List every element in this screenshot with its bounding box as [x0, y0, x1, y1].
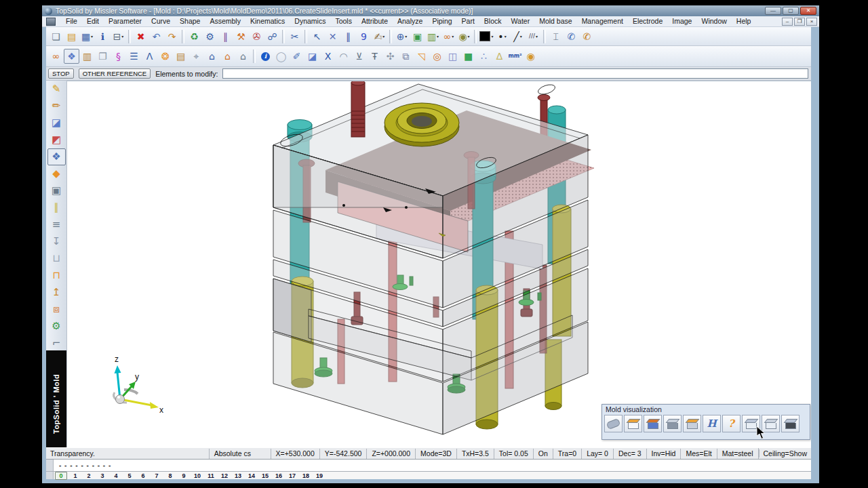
mdi-close-button[interactable]: ×: [806, 18, 817, 26]
mold-insert[interactable]: ⊓: [47, 267, 66, 284]
info-circle[interactable]: i: [258, 49, 273, 64]
pin-screw[interactable]: ↥: [47, 284, 66, 301]
corner-shapes[interactable]: ⧉: [398, 49, 414, 64]
mold-shape[interactable]: ◩: [47, 131, 66, 148]
param-x-list[interactable]: X: [320, 49, 336, 64]
mdi-restore-button[interactable]: ❐: [794, 18, 805, 26]
measure-nine[interactable]: 9: [356, 29, 372, 44]
status-field-txh[interactable]: TxH=3.5: [456, 449, 494, 459]
gear-balls[interactable]: ⚙: [47, 318, 66, 335]
status-field-x[interactable]: X=+530.000: [271, 449, 319, 459]
maximize-button[interactable]: ▢: [783, 7, 799, 15]
block-box[interactable]: ◫: [445, 49, 460, 64]
elbow-duct[interactable]: ◹: [414, 49, 429, 64]
home-family-blue[interactable]: ⌂: [204, 49, 220, 64]
basket[interactable]: ▤: [173, 49, 189, 64]
menu-water[interactable]: Water: [507, 16, 535, 26]
select-cross[interactable]: ✕: [325, 29, 340, 44]
status-field-on[interactable]: On: [533, 449, 553, 459]
layer-tab-15[interactable]: 15: [261, 472, 269, 479]
show-part-button[interactable]: [604, 415, 623, 432]
delete[interactable]: ✖: [133, 29, 149, 44]
menu-kinematics[interactable]: Kinematics: [245, 16, 290, 26]
green-cube[interactable]: ■: [460, 49, 476, 64]
layer-tab-18[interactable]: 18: [302, 472, 310, 479]
shading-goggles[interactable]: ∞▾: [441, 29, 456, 44]
sketch-pencil[interactable]: ✎: [47, 81, 66, 98]
point-cloud[interactable]: ∴: [476, 49, 492, 64]
undo[interactable]: ↶: [149, 29, 164, 44]
show-ejector-button[interactable]: [683, 415, 701, 432]
new-document[interactable]: ❏: [48, 29, 64, 44]
layer-tab-9[interactable]: 9: [180, 472, 188, 479]
shape-display[interactable]: ❖: [64, 49, 79, 64]
menu-mold-base[interactable]: Mold base: [534, 16, 576, 26]
menu-image[interactable]: Image: [667, 16, 696, 26]
chute-tool[interactable]: ⌐: [47, 335, 66, 352]
fruit-balls[interactable]: ❂: [157, 49, 173, 64]
open-folder[interactable]: ▤: [64, 29, 79, 44]
layer-tab-3[interactable]: 3: [98, 472, 106, 479]
menu-curve[interactable]: Curve: [146, 16, 175, 26]
title-bar[interactable]: TopSolid by Missler Software - [Mold : D…: [42, 5, 819, 16]
screw-tool[interactable]: ↧: [47, 233, 66, 250]
hand-pen[interactable]: ✍▾: [372, 29, 387, 44]
save[interactable]: ▦▾: [79, 29, 95, 44]
zoom[interactable]: ⊕▾: [394, 29, 410, 44]
show-cavity-core-button[interactable]: [624, 415, 642, 432]
menu-analyze[interactable]: Analyze: [393, 16, 427, 26]
color-swatch[interactable]: ▾: [479, 29, 494, 44]
redo[interactable]: ↷: [164, 29, 180, 44]
show-table-button[interactable]: [742, 415, 760, 432]
show-question-button[interactable]: ?: [722, 415, 741, 432]
menu-window[interactable]: Window: [696, 16, 731, 26]
box-3d[interactable]: ⧈: [47, 301, 66, 318]
point-style[interactable]: •▾: [494, 29, 510, 44]
parameter-sliders[interactable]: ∥: [218, 29, 233, 44]
block-tool[interactable]: ▣: [47, 182, 66, 199]
drill-tool[interactable]: ⊻: [351, 49, 367, 64]
home-family-grey[interactable]: ⌂: [235, 49, 251, 64]
document-copy[interactable]: ❐: [95, 49, 111, 64]
layer-tab-6[interactable]: 6: [139, 472, 147, 479]
show-runners-button[interactable]: H: [703, 415, 721, 432]
layer-tab-5[interactable]: 5: [125, 472, 134, 479]
vise-tool[interactable]: ⌶: [548, 29, 564, 44]
solid-cube[interactable]: ◪: [304, 49, 320, 64]
fan-tool[interactable]: ✣: [382, 49, 398, 64]
anchor-tool[interactable]: ✇: [249, 29, 264, 44]
bushing-tool[interactable]: ⊔: [47, 250, 66, 267]
close-button[interactable]: ✕: [800, 7, 816, 15]
layer-tab-12[interactable]: 12: [220, 472, 229, 479]
parameter-list[interactable]: ☰: [126, 49, 142, 64]
hatch-style[interactable]: ///▾: [526, 29, 541, 44]
solid-box[interactable]: ◪: [47, 115, 66, 131]
layer-tab-1[interactable]: 1: [71, 472, 79, 479]
tab-bar-gripper[interactable]: [46, 472, 54, 479]
shading-goggles-2[interactable]: ∞: [48, 49, 64, 64]
edit-tool[interactable]: ⚙: [202, 29, 218, 44]
show-slide-unit-button[interactable]: [644, 415, 662, 432]
show-mold-plates-button[interactable]: [663, 415, 682, 432]
status-field-tol[interactable]: Tol= 0.05: [494, 449, 533, 459]
grab-view-blue[interactable]: ✆: [564, 29, 579, 44]
menu-block[interactable]: Block: [479, 16, 507, 26]
layer-tab-11[interactable]: 11: [207, 472, 215, 479]
menu-electrode[interactable]: Electrode: [628, 16, 667, 26]
cylinder-gold[interactable]: ◉: [523, 49, 538, 64]
status-field-mes[interactable]: Mes=Elt: [680, 449, 716, 459]
bottle-tool[interactable]: ∆: [492, 49, 507, 64]
show-mold-base-button[interactable]: [762, 415, 780, 432]
menu-attribute[interactable]: Attribute: [357, 16, 393, 26]
layer-tab-14[interactable]: 14: [248, 472, 256, 479]
show-preview-button[interactable]: [781, 415, 800, 432]
alt-bar-gripper[interactable]: [46, 460, 54, 471]
select-arrow[interactable]: ↖: [309, 29, 325, 44]
menu-piping[interactable]: Piping: [427, 16, 456, 26]
status-field-mode[interactable]: Mode=3D: [415, 449, 456, 459]
status-field-tra[interactable]: Tra=0: [553, 449, 581, 459]
layer-tab-17[interactable]: 17: [288, 472, 296, 479]
menu-parameter[interactable]: Parameter: [104, 16, 146, 26]
layer-tab-4[interactable]: 4: [112, 472, 120, 479]
area-mm2[interactable]: mm²: [507, 49, 523, 64]
